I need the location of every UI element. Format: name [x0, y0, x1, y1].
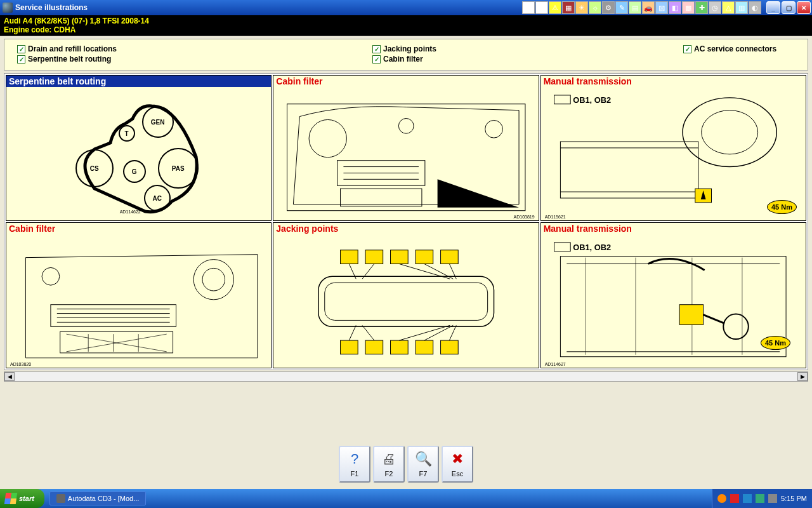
panel-manual-transmission-1[interactable]: Manual transmission OB1, OB2 45 Nm AD115… [540, 75, 806, 221]
svg-line-36 [399, 326, 450, 341]
check-jacking-points[interactable]: ✓ Jacking points [372, 44, 683, 53]
system-tray[interactable]: 5:15 PM [712, 489, 812, 508]
svg-point-3 [485, 121, 502, 138]
minimize-button[interactable]: _ [766, 1, 780, 14]
diagram-ref: AD114622 [120, 210, 141, 214]
checkmark-icon: ✓ [372, 55, 381, 64]
svg-rect-33 [440, 340, 458, 354]
panel-cabin-filter-2[interactable]: Cabin filter AD103820 [6, 222, 272, 368]
toolbar-icon-10[interactable]: ▧ [655, 1, 668, 14]
taskbar-app-autodata[interactable]: Autodata CD3 - [Mod... [49, 491, 147, 505]
svg-rect-41 [560, 257, 786, 357]
svg-rect-7 [554, 95, 571, 104]
panel-serpentine-belt[interactable]: Serpentine belt routing GEN T CS G PAS A… [6, 75, 272, 221]
category-check-panel: ✓ Drain and refill locations ✓ Serpentin… [4, 39, 808, 70]
action-esc[interactable]: ✖Esc [442, 446, 473, 483]
svg-line-34 [349, 326, 356, 341]
svg-point-13 [202, 269, 225, 291]
action-f2[interactable]: 🖨F2 [373, 446, 405, 483]
toolbar-icon-4[interactable]: ☀ [575, 1, 588, 14]
toolbar-icon-0[interactable]: ⏮ [522, 1, 535, 14]
panel-title: Manual transmission [541, 76, 806, 87]
svg-line-38 [449, 326, 456, 341]
toolbar-icon-6[interactable]: ⚙ [602, 1, 615, 14]
svg-line-44 [704, 315, 725, 324]
horizontal-scrollbar[interactable]: ◀ ▶ [4, 371, 808, 382]
toolbar-icon-15[interactable]: △ [722, 1, 735, 14]
zoom-icon: 🔍 [415, 451, 432, 467]
panel-note: OB1, OB2 [573, 95, 611, 105]
action-label: F2 [385, 470, 393, 478]
toolbar-icon-13[interactable]: ✚ [695, 1, 708, 14]
panel-title: Serpentine belt routing [6, 76, 271, 87]
svg-rect-29 [340, 340, 358, 354]
tray-volume-icon[interactable] [768, 494, 777, 503]
panel-title: Manual transmission [541, 223, 806, 234]
check-drain-refill[interactable]: ✓ Drain and refill locations [17, 44, 372, 53]
toolbar-icon-7[interactable]: ✎ [615, 1, 628, 14]
toolbar-icon-12[interactable]: ▩ [682, 1, 695, 14]
start-button[interactable]: start [0, 489, 44, 508]
tray-alert-icon[interactable] [730, 494, 739, 503]
taskbar-app-label: Autodata CD3 - [Mod... [68, 495, 140, 502]
check-serpentine-belt[interactable]: ✓ Serpentine belt routing [17, 55, 372, 64]
maximize-button[interactable]: ▢ [782, 1, 796, 14]
print-icon: 🖨 [382, 451, 396, 467]
panel-jacking-points[interactable]: Jacking points [273, 222, 539, 368]
diagram-ref: AD103820 [10, 362, 31, 366]
scroll-track[interactable] [15, 372, 797, 381]
toolbar-icon-3[interactable]: ▦ [562, 1, 575, 14]
toolbar-icon-11[interactable]: ◧ [669, 1, 681, 14]
svg-line-35 [362, 326, 374, 341]
check-label: Serpentine belt routing [28, 55, 111, 64]
diagram-ref: AD115621 [545, 215, 566, 219]
svg-point-43 [723, 314, 749, 340]
toolbar-icon-2[interactable]: ⚠ [549, 1, 561, 14]
window-title: Service illustrations [15, 3, 88, 12]
toolbar-icon-8[interactable]: ▤ [629, 1, 641, 14]
tray-network-icon[interactable] [743, 494, 752, 503]
svg-rect-0 [287, 104, 525, 211]
illustration-grid: Serpentine belt routing GEN T CS G PAS A… [4, 73, 808, 370]
toolbar-icon-5[interactable]: ☼ [589, 1, 601, 14]
panel-diagram [273, 236, 538, 368]
action-f1[interactable]: ?F1 [339, 446, 370, 483]
clock[interactable]: 5:15 PM [781, 495, 807, 502]
svg-point-12 [194, 260, 234, 300]
start-label: start [19, 495, 34, 502]
help-icon: ? [351, 451, 358, 467]
svg-rect-31 [390, 340, 408, 354]
action-f7[interactable]: 🔍F7 [407, 446, 439, 483]
scroll-right-button[interactable]: ▶ [797, 372, 808, 381]
svg-rect-21 [390, 250, 408, 264]
vehicle-header: Audi A4 (8K2/8K5) (07-) 1,8 TFSI 2008-14… [0, 15, 812, 36]
scroll-left-button[interactable]: ◀ [4, 372, 15, 381]
toolbar-icon-17[interactable]: ◐ [749, 1, 761, 14]
tray-shield-icon[interactable] [717, 494, 726, 503]
vehicle-line1: Audi A4 (8K2/8K5) (07-) 1,8 TFSI 2008-14 [4, 17, 149, 25]
toolbar-icon-9[interactable]: 🚗 [642, 1, 655, 14]
svg-rect-15 [51, 305, 176, 327]
action-bar: ?F1🖨F2🔍F7✖Esc [0, 439, 812, 489]
close-button[interactable]: ✕ [797, 1, 811, 14]
action-label: Esc [452, 470, 463, 478]
panel-cabin-filter-1[interactable]: Cabin filter AD103819 [273, 75, 539, 221]
svg-point-1 [309, 120, 346, 157]
diagram-ref: AD114627 [545, 362, 566, 366]
svg-point-9 [702, 110, 758, 154]
check-cabin-filter[interactable]: ✓ Cabin filter [372, 55, 683, 64]
tray-vm-icon[interactable] [756, 494, 764, 503]
toolbar-icon-1[interactable]: ◀ [535, 1, 548, 14]
check-ac-service[interactable]: ✓ AC service connectors [683, 44, 776, 53]
svg-rect-19 [340, 250, 358, 264]
svg-marker-6 [437, 180, 518, 208]
panel-manual-transmission-2[interactable]: Manual transmission OB1, OB2 45 Nm AD114… [540, 222, 806, 368]
checkmark-icon: ✓ [17, 55, 25, 64]
svg-rect-22 [416, 250, 433, 264]
toolbar-icon-14[interactable]: ◷ [709, 1, 721, 14]
toolbar-icons-strip: ⏮◀⚠▦☀☼⚙✎▤🚗▧◧▩✚◷△▥◐ [522, 1, 761, 14]
toolbar-icon-16[interactable]: ▥ [735, 1, 748, 14]
diagram-ref: AD103819 [514, 215, 535, 219]
panel-title: Jacking points [273, 223, 538, 234]
app-task-icon [56, 494, 65, 503]
